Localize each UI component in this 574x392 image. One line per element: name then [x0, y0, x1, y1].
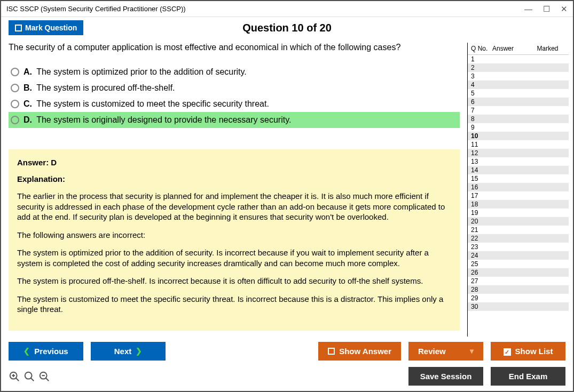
option-b[interactable]: B. The system is procured off-the-shelf.: [9, 80, 460, 96]
question-list-row[interactable]: 3: [468, 72, 569, 81]
question-list-row[interactable]: 15: [468, 174, 569, 183]
mark-question-label: Mark Question: [25, 23, 77, 32]
question-list-row[interactable]: 22: [468, 234, 569, 243]
question-list-row[interactable]: 17: [468, 191, 569, 200]
radio-icon: [11, 68, 19, 76]
content-area: The security of a computer application i…: [1, 43, 467, 337]
question-list-row[interactable]: 13: [468, 157, 569, 166]
question-list-row[interactable]: 8: [468, 115, 569, 123]
next-button[interactable]: Next ❯: [91, 342, 166, 361]
question-list-row[interactable]: 28: [468, 285, 569, 294]
window-controls: — ☐ ✕: [524, 4, 568, 14]
question-list-row[interactable]: 16: [468, 183, 569, 191]
explanation-paragraph: The earlier in the process that security…: [17, 191, 451, 222]
radio-icon: [11, 100, 19, 108]
question-list-row[interactable]: 20: [468, 217, 569, 226]
radio-icon: [11, 116, 19, 124]
side-panel: Q No. Answer Marked 12345678910111213141…: [467, 43, 569, 337]
explanation-paragraph: The system is customized to meet the spe…: [17, 294, 451, 315]
chevron-right-icon: ❯: [136, 347, 142, 355]
save-session-label: Save Session: [420, 372, 472, 381]
question-list-row[interactable]: 19: [468, 209, 569, 217]
footer: ❮ Previous Next ❯ Show Answer Review ▾ S…: [1, 337, 573, 391]
explanation-paragraph: The following answers are incorrect:: [17, 230, 451, 241]
option-text: A. The system is optimized prior to the …: [23, 67, 247, 77]
header-row: Mark Question Question 10 of 20: [1, 17, 573, 43]
radio-icon: [11, 84, 19, 92]
show-answer-button[interactable]: Show Answer: [318, 342, 401, 361]
next-label: Next: [114, 347, 132, 356]
question-list-row[interactable]: 12: [468, 149, 569, 157]
question-list-row[interactable]: 24: [468, 251, 569, 260]
question-list-row[interactable]: 26: [468, 268, 569, 277]
end-exam-label: End Exam: [509, 372, 548, 381]
question-list-row[interactable]: 9: [468, 123, 569, 132]
side-panel-header: Q No. Answer Marked: [468, 43, 569, 55]
question-list-row[interactable]: 23: [468, 243, 569, 251]
maximize-icon[interactable]: ☐: [543, 4, 550, 14]
question-list-row[interactable]: 7: [468, 106, 569, 115]
previous-label: Previous: [34, 347, 68, 356]
footer-row-2: Save Session End Exam: [9, 367, 565, 386]
check-icon: [504, 347, 511, 356]
question-list-row[interactable]: 30: [468, 302, 569, 311]
zoom-reset-icon[interactable]: [9, 371, 20, 382]
zoom-controls: [9, 371, 50, 382]
option-d[interactable]: D. The system is originally designed to …: [9, 112, 460, 128]
question-list-row[interactable]: 5: [468, 89, 569, 98]
option-text: C. The system is customized to meet the …: [23, 99, 269, 109]
option-c[interactable]: C. The system is customized to meet the …: [9, 96, 460, 112]
question-list[interactable]: 1234567891011121314151617181920212223242…: [468, 55, 569, 337]
chevron-down-icon: ▾: [470, 347, 474, 355]
question-text: The security of a computer application i…: [9, 43, 460, 52]
checkbox-icon: [15, 25, 22, 31]
question-list-row[interactable]: 10: [468, 132, 569, 140]
previous-button[interactable]: ❮ Previous: [9, 342, 83, 361]
minimize-icon[interactable]: —: [524, 4, 532, 13]
question-list-row[interactable]: 14: [468, 166, 569, 174]
window-title: ISC SSCP (System Security Certified Prac…: [6, 5, 524, 13]
review-label: Review: [418, 347, 446, 356]
question-heading: Question 10 of 20: [242, 22, 332, 34]
question-list-row[interactable]: 11: [468, 140, 569, 149]
question-list-row[interactable]: 29: [468, 294, 569, 302]
question-list-row[interactable]: 18: [468, 200, 569, 209]
save-session-button[interactable]: Save Session: [408, 367, 483, 386]
answer-block: Answer: D Explanation: The earlier in th…: [9, 149, 460, 331]
question-list-row[interactable]: 25: [468, 260, 569, 268]
show-list-button[interactable]: Show List: [491, 342, 565, 361]
question-list-row[interactable]: 27: [468, 277, 569, 285]
square-icon: [328, 348, 335, 355]
zoom-out-icon[interactable]: [38, 371, 50, 382]
titlebar: ISC SSCP (System Security Certified Prac…: [1, 1, 573, 17]
explanation-paragraph: The system is optimized prior to the add…: [17, 247, 451, 268]
option-a[interactable]: A. The system is optimized prior to the …: [9, 64, 460, 80]
show-answer-label: Show Answer: [339, 347, 391, 356]
close-icon[interactable]: ✕: [561, 4, 568, 14]
svg-line-5: [31, 378, 34, 381]
end-exam-button[interactable]: End Exam: [491, 367, 565, 386]
answer-title: Answer: D: [17, 158, 451, 167]
explanation-paragraph: The system is procured off-the-shelf. Is…: [17, 276, 451, 286]
col-qno-label: Q No.: [471, 45, 492, 52]
explanation-title: Explanation:: [17, 174, 451, 183]
question-list-row[interactable]: 2: [468, 63, 569, 72]
question-list-row[interactable]: 1: [468, 55, 569, 63]
question-list-row[interactable]: 4: [468, 81, 569, 89]
main-area: The security of a computer application i…: [1, 43, 573, 337]
review-button[interactable]: Review ▾: [408, 342, 483, 361]
chevron-left-icon: ❮: [23, 347, 30, 355]
svg-line-1: [16, 378, 19, 381]
app-window: ISC SSCP (System Security Certified Prac…: [0, 0, 574, 392]
option-text: D. The system is originally designed to …: [23, 115, 291, 125]
show-list-label: Show List: [515, 347, 553, 356]
question-list-row[interactable]: 21: [468, 226, 569, 234]
question-list-row[interactable]: 6: [468, 98, 569, 106]
svg-point-4: [25, 372, 32, 379]
zoom-in-icon[interactable]: [23, 371, 35, 382]
col-answer-label: Answer: [492, 45, 530, 52]
svg-line-7: [46, 378, 49, 381]
option-text: B. The system is procured off-the-shelf.: [23, 83, 175, 93]
col-marked-label: Marked: [530, 45, 565, 52]
mark-question-button[interactable]: Mark Question: [9, 20, 83, 35]
